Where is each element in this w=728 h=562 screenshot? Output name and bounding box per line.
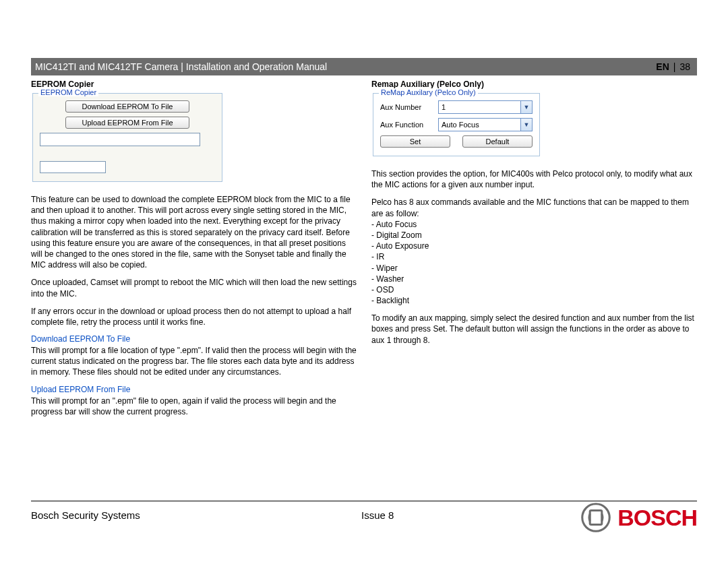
- page-lang: EN: [656, 61, 669, 72]
- default-button[interactable]: Default: [462, 135, 533, 148]
- remap-aux-legend: ReMap Auxilary (Pelco Only): [379, 88, 478, 96]
- upload-eeprom-para: This will prompt for an ".epm" file to o…: [31, 396, 357, 417]
- func-item: - Digital Zoom: [371, 230, 697, 241]
- footer-company: Bosch Security Systems: [31, 509, 361, 521]
- eeprom-progress-bar: [40, 161, 106, 173]
- aux-function-row: Aux Function Auto Focus ▼: [380, 118, 533, 131]
- remap-aux-panel: ReMap Auxilary (Pelco Only) Aux Number 1…: [373, 93, 540, 156]
- func-item: - Wiper: [371, 263, 697, 274]
- eeprom-copier-heading: EEPROM Copier: [31, 80, 357, 89]
- download-eeprom-button[interactable]: Download EEPROM To File: [65, 100, 189, 113]
- left-column: EEPROM Copier EEPROM Copier Download EEP…: [31, 77, 357, 424]
- page-number: 38: [679, 61, 690, 72]
- func-item: - Auto Focus: [371, 219, 697, 230]
- bosch-logo: BOSCH: [581, 503, 697, 532]
- set-button[interactable]: Set: [380, 135, 450, 148]
- manual-page: MIC412TI and MIC412TF Camera | Installat…: [0, 0, 728, 562]
- page-sep: |: [673, 61, 676, 72]
- func-item: - Backlight: [371, 295, 697, 306]
- func-item: - Washer: [371, 274, 697, 284]
- upload-eeprom-subhead: Upload EEPROM From File: [31, 385, 357, 394]
- aux-number-value: 1: [442, 103, 446, 111]
- func-item: - OSD: [371, 284, 697, 295]
- footer-issue: Issue 8: [361, 509, 394, 521]
- eeprom-para-3: If any errors occur in the download or u…: [31, 306, 357, 327]
- remap-func-intro: Pelco has 8 aux commands available and t…: [371, 197, 697, 218]
- chevron-down-icon: ▼: [520, 101, 532, 113]
- page-header-right: EN | 38: [656, 61, 690, 72]
- content-columns: EEPROM Copier EEPROM Copier Download EEP…: [31, 77, 697, 424]
- aux-function-value: Auto Focus: [442, 121, 479, 129]
- right-column: Remap Auxiliary (Pelco Only) ReMap Auxil…: [371, 77, 697, 424]
- aux-number-select[interactable]: 1 ▼: [438, 100, 533, 114]
- svg-rect-1: [590, 510, 602, 524]
- page-title: MIC412TI and MIC412TF Camera | Installat…: [35, 61, 327, 72]
- chevron-down-icon: ▼: [520, 119, 532, 131]
- remap-aux-heading: Remap Auxiliary (Pelco Only): [371, 80, 697, 89]
- eeprom-para-2: Once uploaded, Camset will prompt to reb…: [31, 277, 357, 299]
- remap-buttons: Set Default: [380, 135, 533, 148]
- download-eeprom-para: This will prompt for a file location of …: [31, 345, 357, 378]
- remap-para-3: To modify an aux mapping, simply select …: [371, 313, 697, 346]
- aux-number-row: Aux Number 1 ▼: [380, 100, 533, 114]
- eeprom-para-1: This feature can be used to download the…: [31, 194, 357, 270]
- func-item: - Auto Exposure: [371, 241, 697, 251]
- eeprom-copier-legend: EEPROM Copier: [38, 88, 98, 96]
- eeprom-path-input[interactable]: [40, 133, 200, 146]
- aux-function-label: Aux Function: [380, 121, 438, 129]
- bosch-wordmark: BOSCH: [617, 505, 697, 531]
- page-header-bar: MIC412TI and MIC412TF Camera | Installat…: [31, 58, 697, 75]
- download-eeprom-subhead: Download EEPROM To File: [31, 334, 357, 344]
- func-item: - IR: [371, 251, 697, 262]
- svg-point-0: [582, 504, 609, 531]
- aux-function-select[interactable]: Auto Focus ▼: [438, 118, 533, 131]
- bosch-logo-icon: [581, 503, 611, 532]
- eeprom-copier-panel: EEPROM Copier Download EEPROM To File Up…: [32, 93, 222, 182]
- footer-divider: [31, 501, 697, 501]
- remap-para-1: This section provides the option, for MI…: [371, 168, 697, 190]
- upload-eeprom-button[interactable]: Upload EEPROM From File: [65, 117, 189, 129]
- aux-number-label: Aux Number: [380, 103, 438, 111]
